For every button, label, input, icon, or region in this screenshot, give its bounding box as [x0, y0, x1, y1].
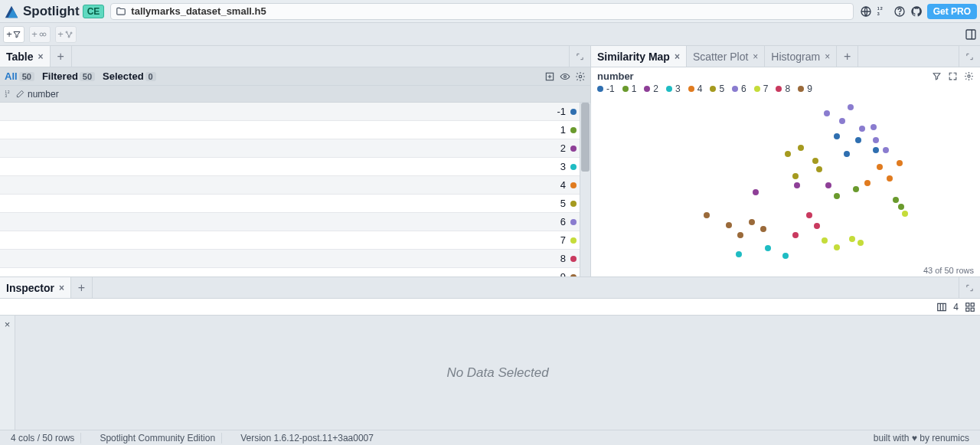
legend-item[interactable]: -1 [597, 83, 615, 94]
scatter-point[interactable] [812, 158, 818, 164]
grid-icon[interactable] [965, 302, 975, 312]
globe-icon[interactable] [860, 5, 872, 18]
scatter-point[interactable] [844, 151, 850, 157]
add-tab-button[interactable]: + [51, 46, 72, 67]
close-icon[interactable]: × [5, 319, 11, 430]
scatter-point[interactable] [825, 182, 831, 188]
scatter-point[interactable] [864, 180, 871, 186]
scatter-point[interactable] [737, 232, 743, 238]
scatter-point[interactable] [834, 133, 840, 139]
map-canvas[interactable] [591, 97, 980, 266]
legend-item[interactable]: 1 [622, 83, 637, 94]
scatter-point[interactable] [834, 244, 840, 250]
maximize-icon[interactable] [959, 46, 980, 67]
scatter-point[interactable] [824, 110, 830, 116]
table-row[interactable]: 1 [0, 121, 580, 139]
scatter-point[interactable] [877, 164, 883, 170]
scatter-point[interactable] [816, 166, 822, 172]
scatter-point[interactable] [806, 212, 812, 218]
scatter-point[interactable] [853, 186, 859, 192]
filter-icon[interactable] [932, 71, 942, 81]
add-tab-button[interactable]: + [71, 277, 93, 298]
gear-icon[interactable] [964, 71, 974, 81]
legend-item[interactable]: 3 [666, 83, 681, 94]
add-column-icon[interactable] [544, 71, 555, 82]
table-column-header[interactable]: 123 number [0, 86, 590, 103]
legend-item[interactable]: 2 [644, 83, 658, 94]
scatter-point[interactable] [839, 118, 845, 124]
filter-filtered[interactable]: Filtered50 [42, 70, 95, 82]
scatter-point[interactable] [794, 182, 800, 188]
scatter-point[interactable] [753, 189, 759, 195]
tab-table[interactable]: Table × [0, 46, 51, 67]
scatter-point[interactable] [736, 251, 742, 257]
table-row[interactable]: 6 [0, 213, 580, 231]
filter-selected[interactable]: Selected0 [103, 70, 156, 82]
legend-item[interactable]: 5 [710, 83, 724, 94]
scatter-point[interactable] [798, 145, 804, 151]
gear-icon[interactable] [575, 71, 586, 82]
scatter-point[interactable] [883, 147, 889, 153]
filter-all[interactable]: All50 [5, 70, 34, 82]
scatter-point[interactable] [834, 193, 840, 199]
add-link-button[interactable]: + [29, 26, 51, 43]
legend-item[interactable]: 6 [732, 83, 746, 94]
scatter-point[interactable] [760, 226, 766, 232]
number-icon[interactable]: 123 [877, 5, 889, 18]
table-row[interactable]: -1 [0, 103, 580, 121]
scrollbar[interactable] [580, 103, 590, 276]
maximize-icon[interactable] [959, 277, 980, 298]
scatter-point[interactable] [704, 212, 710, 218]
legend-item[interactable]: 7 [754, 83, 769, 94]
scatter-point[interactable] [765, 245, 771, 251]
get-pro-button[interactable]: Get PRO [927, 4, 977, 19]
scatter-point[interactable] [858, 240, 864, 246]
scatter-point[interactable] [873, 137, 879, 143]
scatter-point[interactable] [726, 222, 732, 228]
scatter-point[interactable] [792, 173, 799, 179]
table-row[interactable]: 4 [0, 176, 580, 195]
close-icon[interactable]: × [38, 51, 44, 62]
table-row[interactable]: 5 [0, 195, 580, 213]
scatter-point[interactable] [859, 126, 865, 132]
maximize-icon[interactable] [569, 46, 590, 67]
tab-similarity-map[interactable]: Similarity Map× [591, 46, 687, 67]
add-graph-button[interactable]: + [55, 26, 77, 43]
tab-inspector[interactable]: Inspector × [0, 277, 71, 298]
add-filter-button[interactable]: + [3, 26, 24, 43]
legend-item[interactable]: 4 [688, 83, 703, 94]
table-row[interactable]: 3 [0, 158, 580, 176]
layout-toggle-icon[interactable] [965, 28, 977, 41]
scatter-point[interactable] [898, 204, 904, 210]
scatter-point[interactable] [897, 160, 903, 166]
tab-histogram[interactable]: Histogram× [765, 46, 837, 67]
table-row[interactable]: 2 [0, 139, 580, 158]
scatter-point[interactable] [887, 175, 893, 182]
inspector-close-strip[interactable]: × [0, 316, 15, 430]
eye-icon[interactable] [560, 71, 570, 82]
close-icon[interactable]: × [675, 51, 680, 62]
scatter-point[interactable] [849, 236, 855, 242]
scatter-point[interactable] [848, 104, 854, 110]
scatter-point[interactable] [749, 219, 755, 225]
scatter-point[interactable] [782, 253, 789, 259]
tab-scatter-plot[interactable]: Scatter Plot× [687, 46, 765, 67]
scatter-point[interactable] [893, 197, 899, 203]
scatter-point[interactable] [785, 151, 791, 157]
table-row[interactable]: 7 [0, 231, 580, 250]
github-icon[interactable] [910, 5, 923, 18]
scatter-point[interactable] [902, 211, 908, 217]
expand-icon[interactable] [948, 71, 958, 81]
scrollbar-thumb[interactable] [581, 103, 590, 172]
add-tab-button[interactable]: + [837, 46, 858, 67]
filename-box[interactable]: tallymarks_dataset_small.h5 [110, 3, 853, 20]
close-icon[interactable]: × [825, 51, 830, 62]
legend-item[interactable]: 9 [798, 83, 812, 94]
close-icon[interactable]: × [59, 283, 64, 293]
close-icon[interactable]: × [753, 51, 758, 62]
table-row[interactable]: 9 [0, 268, 580, 276]
scatter-point[interactable] [814, 223, 820, 229]
columns-icon[interactable] [936, 302, 947, 312]
scatter-point[interactable] [855, 137, 861, 143]
table-body[interactable]: -1123456789 [0, 103, 580, 276]
